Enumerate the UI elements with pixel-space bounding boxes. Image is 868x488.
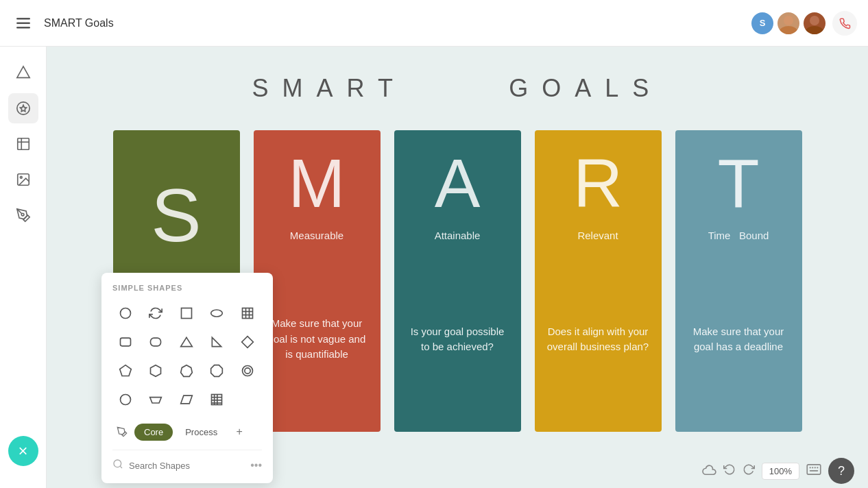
- sidebar-item-drawings[interactable]: [8, 200, 38, 230]
- shape-refresh[interactable]: [143, 300, 169, 326]
- cloud-icon[interactable]: [701, 463, 716, 479]
- shape-right-triangle[interactable]: [204, 329, 230, 355]
- shape-diamond[interactable]: [234, 329, 261, 355]
- svg-marker-26: [241, 337, 253, 348]
- document-title: SMART Goals: [44, 17, 114, 29]
- svg-rect-0: [16, 18, 30, 20]
- svg-marker-30: [211, 365, 223, 377]
- card-t-subtitle: Time Bound: [675, 230, 802, 247]
- shape-grid[interactable]: [204, 387, 230, 413]
- svg-rect-23: [151, 338, 161, 346]
- card-r-subtitle: Relevant: [535, 230, 662, 247]
- card-r[interactable]: R Relevant Does it align with your overa…: [535, 130, 662, 432]
- menu-button[interactable]: [11, 11, 36, 36]
- card-r-body: Does it align with your overall business…: [535, 247, 662, 432]
- svg-marker-27: [120, 365, 132, 376]
- sidebar-item-shapes[interactable]: [8, 58, 38, 88]
- svg-marker-7: [16, 66, 29, 78]
- collaborators: S: [751, 11, 857, 36]
- shape-circle2[interactable]: [112, 387, 138, 413]
- zoom-level[interactable]: 100%: [762, 463, 799, 480]
- svg-point-14: [121, 308, 131, 319]
- svg-rect-2: [16, 27, 30, 29]
- shape-parallelogram[interactable]: [173, 387, 200, 413]
- shapes-panel: SIMPLE SHAPES: [101, 273, 273, 483]
- card-t-letter: T: [675, 130, 802, 230]
- card-m-letter: M: [254, 130, 381, 230]
- svg-point-13: [21, 213, 24, 216]
- svg-point-12: [20, 176, 22, 178]
- avatar-2: [804, 12, 825, 34]
- svg-rect-1: [16, 22, 30, 24]
- tab-process[interactable]: Process: [176, 424, 227, 441]
- svg-marker-28: [151, 365, 161, 377]
- shapes-grid: [112, 300, 262, 413]
- card-a[interactable]: A Attainable Is your goal possible to be…: [394, 130, 521, 432]
- svg-point-31: [242, 366, 252, 376]
- shape-octagon[interactable]: [204, 358, 230, 384]
- undo-icon[interactable]: [723, 463, 736, 479]
- shape-square[interactable]: [173, 300, 200, 326]
- svg-point-3: [784, 16, 793, 25]
- shape-tabs: Core Process +: [112, 422, 262, 441]
- sidebar-item-stickers[interactable]: [8, 93, 38, 123]
- svg-rect-22: [121, 338, 131, 346]
- shape-heptagon[interactable]: [173, 358, 200, 384]
- card-t[interactable]: T Time Bound Make sure that your goal ha…: [675, 130, 802, 432]
- title-smart: SMART: [252, 74, 407, 102]
- main-canvas: SMART GOALS S M Measurable Make sure tha…: [47, 47, 868, 488]
- shape-triangle[interactable]: [173, 329, 200, 355]
- left-sidebar: ×: [0, 47, 47, 488]
- sidebar-item-images[interactable]: [8, 164, 38, 195]
- shape-rounded-rect2[interactable]: [143, 329, 169, 355]
- search-input[interactable]: [129, 461, 245, 471]
- svg-rect-15: [181, 308, 191, 319]
- svg-marker-24: [180, 337, 192, 346]
- shape-pentagon[interactable]: [112, 358, 138, 384]
- keyboard-icon[interactable]: [806, 464, 821, 478]
- shape-ellipse[interactable]: [204, 300, 230, 326]
- tab-core[interactable]: Core: [134, 424, 173, 441]
- shape-trapezoid[interactable]: [143, 387, 169, 413]
- card-s-letter: S: [113, 130, 240, 265]
- svg-marker-29: [180, 365, 192, 377]
- svg-point-16: [211, 310, 223, 317]
- svg-rect-17: [242, 308, 252, 319]
- fab-button[interactable]: ×: [8, 436, 38, 466]
- search-icon: [112, 459, 123, 472]
- card-a-body: Is your goal possible to be achieved?: [394, 247, 521, 432]
- avatar-s: S: [751, 12, 773, 34]
- svg-marker-25: [213, 337, 221, 346]
- svg-point-5: [810, 16, 819, 25]
- svg-point-32: [244, 368, 250, 374]
- shape-hexagon[interactable]: [143, 358, 169, 384]
- shapes-section-title: SIMPLE SHAPES: [112, 284, 262, 292]
- add-tab-button[interactable]: +: [230, 422, 249, 441]
- page-title: SMART GOALS: [47, 74, 868, 103]
- shape-ring[interactable]: [234, 358, 261, 384]
- shape-circle[interactable]: [112, 300, 138, 326]
- topbar: SMART Goals S: [0, 0, 868, 47]
- shapes-search: •••: [112, 450, 262, 472]
- svg-rect-44: [807, 464, 821, 474]
- phone-icon[interactable]: [832, 11, 857, 36]
- more-options-icon[interactable]: •••: [250, 459, 262, 472]
- card-a-subtitle: Attainable: [394, 230, 521, 247]
- card-m-subtitle: Measurable: [254, 230, 381, 247]
- svg-line-43: [120, 466, 122, 468]
- svg-rect-8: [17, 138, 29, 150]
- svg-marker-35: [180, 395, 192, 404]
- shape-rounded-rect[interactable]: [112, 329, 138, 355]
- card-t-body: Make sure that your goal has a deadline: [675, 247, 802, 432]
- shape-table[interactable]: [234, 300, 261, 326]
- title-goals: GOALS: [509, 74, 662, 102]
- avatar-1: [777, 12, 799, 34]
- pen-icon[interactable]: [112, 422, 132, 441]
- svg-point-6: [806, 26, 823, 34]
- help-button[interactable]: ?: [828, 458, 854, 484]
- card-r-letter: R: [535, 130, 662, 230]
- svg-point-33: [121, 395, 131, 405]
- redo-icon[interactable]: [743, 463, 755, 479]
- svg-point-4: [780, 26, 797, 34]
- sidebar-item-frames[interactable]: [8, 129, 38, 159]
